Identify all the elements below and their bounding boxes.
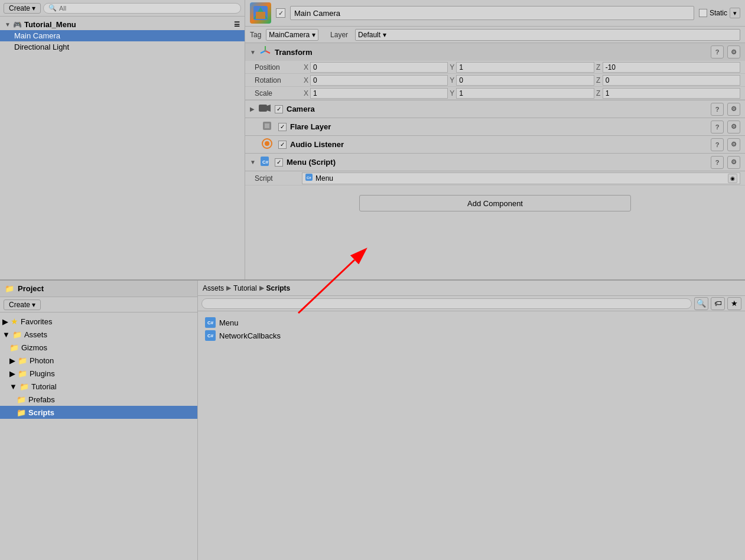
search-icon: 🔍 bbox=[48, 4, 57, 12]
position-y-input[interactable] bbox=[456, 62, 594, 73]
transform-icon bbox=[259, 45, 271, 59]
add-component-label: Add Component bbox=[467, 199, 523, 208]
project-title: Project bbox=[18, 284, 44, 293]
breadcrumb-scripts: Scripts bbox=[266, 284, 291, 292]
tree-item-plugins[interactable]: ▶ 📁 Plugins bbox=[0, 367, 197, 380]
menu-script-component-row: ▼ C# ✓ Menu (Script) ? ⚙ bbox=[245, 154, 745, 171]
tag-dropdown-arrow-icon: ▾ bbox=[312, 31, 315, 39]
rotation-y-label: Y bbox=[448, 76, 456, 84]
flare-enabled-checkbox[interactable]: ✓ bbox=[278, 123, 287, 131]
project-filter-button[interactable]: 🔍 bbox=[694, 297, 708, 310]
camera-expand-icon[interactable]: ▶ bbox=[250, 106, 255, 112]
rotation-x-input[interactable] bbox=[310, 75, 448, 86]
scale-z-input[interactable] bbox=[603, 88, 740, 99]
flare-icon bbox=[262, 121, 272, 133]
tree-item-scripts[interactable]: 📁 Scripts bbox=[0, 406, 197, 419]
transform-expand-icon[interactable]: ▼ bbox=[250, 49, 256, 56]
scale-y-input[interactable] bbox=[456, 88, 594, 99]
plugins-label: Plugins bbox=[30, 369, 55, 378]
tag-dropdown[interactable]: MainCamera ▾ bbox=[266, 29, 318, 41]
audio-icon bbox=[262, 138, 272, 151]
tree-item-gizmos[interactable]: 📁 Gizmos bbox=[0, 341, 197, 354]
add-component-button[interactable]: Add Component bbox=[359, 195, 631, 211]
svg-text:C#: C# bbox=[262, 159, 269, 165]
script-picker-button[interactable]: ◉ bbox=[728, 174, 737, 183]
menu-settings-button[interactable]: ⚙ bbox=[727, 156, 740, 169]
tree-item-favorites[interactable]: ▶ ★ Favorites bbox=[0, 315, 197, 328]
breadcrumb-tutorial: Tutorial bbox=[233, 284, 257, 292]
hierarchy-search-bar[interactable]: 🔍 All bbox=[43, 3, 241, 14]
file-item-network-callbacks[interactable]: C# NetworkCallbacks bbox=[203, 329, 740, 342]
scale-label: Scale bbox=[255, 89, 302, 97]
flare-help-button[interactable]: ? bbox=[711, 121, 724, 134]
assets-folder-icon: 📁 bbox=[12, 330, 22, 339]
tree-item-prefabs[interactable]: 📁 Prefabs bbox=[0, 393, 197, 406]
tree-item-photon[interactable]: ▶ 📁 Photon bbox=[0, 354, 197, 367]
menu-component-name: Menu (Script) bbox=[287, 158, 707, 167]
tutorial-expand-icon: ▼ bbox=[9, 382, 17, 391]
script-name: Menu bbox=[315, 174, 333, 183]
scale-x-input[interactable] bbox=[310, 88, 448, 99]
project-breadcrumb: Assets ▶ Tutorial ▶ Scripts bbox=[198, 281, 745, 296]
hierarchy-item-main-camera[interactable]: Main Camera bbox=[0, 30, 245, 41]
favorites-star-icon: ★ bbox=[11, 317, 18, 326]
menu-enabled-checkbox[interactable]: ✓ bbox=[275, 158, 283, 167]
position-z-input[interactable] bbox=[603, 62, 740, 73]
position-y-label: Y bbox=[448, 63, 456, 71]
position-x-input[interactable] bbox=[310, 62, 448, 73]
script-icon: C# bbox=[305, 173, 313, 183]
script-field-row: Script C# Menu ◉ bbox=[245, 171, 745, 185]
audio-settings-button[interactable]: ⚙ bbox=[727, 138, 740, 151]
hierarchy-root-item[interactable]: ▼ 🎮 Tutorial_Menu ☰ bbox=[0, 19, 245, 30]
rotation-z-input[interactable] bbox=[603, 75, 740, 86]
layer-dropdown-arrow-icon: ▾ bbox=[383, 31, 386, 39]
menu-help-button[interactable]: ? bbox=[711, 156, 724, 169]
project-create-arrow-icon: ▾ bbox=[32, 301, 35, 309]
audio-help-button[interactable]: ? bbox=[711, 138, 724, 151]
static-checkbox[interactable] bbox=[699, 9, 707, 17]
flare-settings-button[interactable]: ⚙ bbox=[727, 121, 740, 134]
hierarchy-item-directional-light[interactable]: Directional Light bbox=[0, 41, 245, 53]
camera-help-button[interactable]: ? bbox=[711, 103, 724, 116]
hierarchy-root-icon: 🎮 bbox=[13, 21, 22, 29]
hierarchy-item-label: Main Camera bbox=[14, 31, 60, 40]
hierarchy-menu-icon[interactable]: ☰ bbox=[234, 21, 240, 28]
camera-enabled-checkbox[interactable]: ✓ bbox=[275, 105, 283, 113]
transform-help-button[interactable]: ? bbox=[711, 45, 724, 58]
hierarchy-create-button[interactable]: Create ▾ bbox=[4, 3, 41, 14]
layer-dropdown[interactable]: Default ▾ bbox=[355, 29, 740, 41]
file-item-menu[interactable]: C# Menu bbox=[203, 316, 740, 329]
camera-settings-button[interactable]: ⚙ bbox=[727, 103, 740, 116]
tree-item-assets[interactable]: ▼ 📁 Assets bbox=[0, 328, 197, 341]
object-enabled-checkbox[interactable]: ✓ bbox=[276, 8, 285, 18]
rotation-y-input[interactable] bbox=[456, 75, 594, 86]
project-content-panel: Assets ▶ Tutorial ▶ Scripts 🔍 🏷 ★ C# Men… bbox=[198, 281, 745, 560]
project-tree: ▶ ★ Favorites ▼ 📁 Assets 📁 Gizmos ▶ 📁 Ph… bbox=[0, 312, 197, 560]
object-name-field[interactable] bbox=[290, 6, 694, 20]
hierarchy-item-label: Directional Light bbox=[14, 43, 69, 51]
position-xyz-group: X Y Z bbox=[302, 62, 740, 73]
transform-position-row: Position X Y Z bbox=[245, 61, 745, 74]
menu-expand-icon[interactable]: ▼ bbox=[250, 159, 256, 165]
scripts-label: Scripts bbox=[28, 408, 54, 417]
transform-settings-button[interactable]: ⚙ bbox=[727, 45, 740, 58]
camera-component-name: Camera bbox=[287, 105, 707, 113]
menu-cs-icon: C# bbox=[205, 317, 216, 328]
static-dropdown-icon[interactable]: ▾ bbox=[730, 8, 740, 18]
tree-item-tutorial[interactable]: ▼ 📁 Tutorial bbox=[0, 380, 197, 393]
transform-scale-row: Scale X Y Z bbox=[245, 87, 745, 100]
audio-listener-component-row: ✓ Audio Listener ? ⚙ bbox=[245, 136, 745, 154]
tag-value: MainCamera bbox=[269, 31, 310, 39]
hierarchy-root-label: Tutorial_Menu bbox=[24, 20, 76, 29]
breadcrumb-assets: Assets bbox=[203, 284, 224, 292]
tag-layer-row: Tag MainCamera ▾ Layer Default ▾ bbox=[245, 27, 745, 43]
project-star-button[interactable]: ★ bbox=[727, 297, 741, 310]
menu-script-icon: C# bbox=[259, 156, 270, 168]
project-tag-button[interactable]: 🏷 bbox=[711, 297, 725, 310]
project-create-button[interactable]: Create ▾ bbox=[4, 299, 41, 310]
prefabs-label: Prefabs bbox=[28, 395, 55, 404]
breadcrumb-arrow-2-icon: ▶ bbox=[259, 284, 264, 292]
audio-enabled-checkbox[interactable]: ✓ bbox=[278, 141, 287, 149]
transform-section: ▼ Transform ? ⚙ Position bbox=[245, 43, 745, 100]
project-search-input[interactable] bbox=[201, 298, 692, 309]
